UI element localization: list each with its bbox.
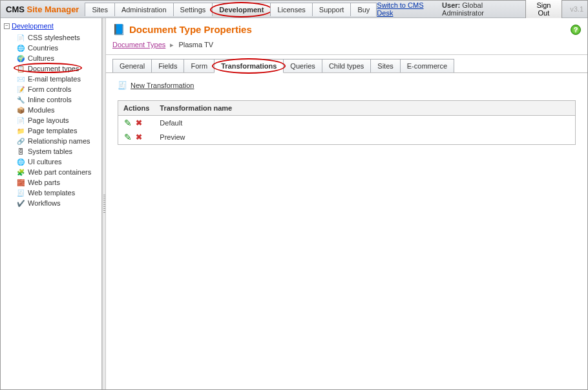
- sidebar-icon: 🧩: [16, 168, 25, 177]
- sidebar-item-relationship-names[interactable]: 🔗Relationship names: [15, 136, 100, 146]
- new-transformation-link[interactable]: New Transformation: [131, 81, 194, 89]
- sidebar-item-label: Web parts: [28, 179, 60, 186]
- sidebar-icon: 📋: [16, 64, 25, 73]
- table-row: ✎✖Preview: [118, 130, 576, 145]
- sidebar-item-inline-controls[interactable]: 🔧Inline controls: [15, 94, 100, 105]
- top-tab-sites[interactable]: Sites: [85, 3, 114, 16]
- tree-collapse-icon[interactable]: −: [4, 23, 10, 29]
- sidebar-item-label: Relationship names: [28, 137, 90, 145]
- body-area: − Development 📄CSS stylesheets🌐Countries…: [1, 18, 587, 389]
- sidebar-item-label: Web templates: [28, 189, 75, 197]
- col-name: Transformation name: [154, 101, 575, 116]
- content-area: 🧾 New Transformation Actions Transformat…: [106, 73, 587, 153]
- signout-button[interactable]: Sign Out: [525, 0, 563, 19]
- new-icon: 🧾: [118, 81, 127, 90]
- tree-items: 📄CSS stylesheets🌐Countries🌍Cultures📋Docu…: [15, 32, 100, 208]
- delete-icon[interactable]: ✖: [134, 133, 143, 142]
- sidebar-icon: 🧾: [16, 188, 25, 197]
- sidebar-item-label: Workflows: [28, 199, 61, 207]
- tab-child-types[interactable]: Child types: [322, 59, 371, 72]
- tree-root[interactable]: − Development: [2, 21, 100, 31]
- top-tabs: SitesAdministrationSettingsDevelopmentLi…: [85, 3, 377, 16]
- tab-queries[interactable]: Queries: [283, 59, 322, 72]
- tab-e-commerce[interactable]: E-commerce: [400, 59, 454, 72]
- tab-fields[interactable]: Fields: [151, 59, 184, 72]
- sidebar-item-page-layouts[interactable]: 📄Page layouts: [15, 115, 100, 125]
- sidebar-icon: ✉️: [16, 74, 25, 83]
- sidebar-item-ui-cultures[interactable]: 🌐UI cultures: [15, 157, 100, 167]
- sidebar-item-cultures[interactable]: 🌍Cultures: [15, 53, 100, 63]
- sidebar-item-label: Page layouts: [28, 116, 69, 124]
- sidebar-item-web-templates[interactable]: 🧾Web templates: [15, 188, 100, 198]
- breadcrumb: Document Types ▸ Plasma TV: [106, 38, 587, 55]
- sidebar-icon: 🌐: [16, 157, 25, 166]
- sidebar-icon: 🔧: [16, 95, 25, 104]
- main-panel: ? 📘 Document Type Properties Document Ty…: [106, 18, 587, 389]
- sidebar-item-label: Document types: [28, 65, 79, 72]
- top-bar: CMS Site Manager SitesAdministrationSett…: [1, 1, 587, 18]
- page-header: 📘 Document Type Properties: [106, 18, 587, 38]
- top-right: Switch to CMS Desk User: Global Administ…: [377, 0, 583, 19]
- sidebar-icon: 🗄: [16, 147, 25, 156]
- tab-transformations[interactable]: Transformations: [214, 59, 284, 73]
- top-tab-administration[interactable]: Administration: [114, 3, 174, 16]
- detail-tabs: GeneralFieldsFormTransformationsQueriesC…: [106, 55, 587, 73]
- logo-sitemanager: Site Manager: [27, 5, 79, 14]
- sidebar-icon: 📦: [16, 105, 25, 114]
- top-tab-licenses[interactable]: Licenses: [270, 3, 312, 16]
- sidebar-item-document-types[interactable]: 📋Document types: [15, 63, 100, 74]
- switch-desk-link[interactable]: Switch to CMS Desk: [377, 1, 437, 17]
- top-tab-buy[interactable]: Buy: [350, 3, 377, 16]
- sidebar-item-countries[interactable]: 🌐Countries: [15, 43, 100, 53]
- sidebar-item-label: Modules: [28, 106, 55, 114]
- page-title: Document Type Properties: [129, 24, 252, 35]
- transformations-table: Actions Transformation name ✎✖Default✎✖P…: [118, 100, 576, 145]
- sidebar-icon: ✔️: [16, 199, 25, 208]
- tab-general[interactable]: General: [112, 59, 152, 72]
- new-transformation[interactable]: 🧾 New Transformation: [118, 81, 576, 90]
- delete-icon[interactable]: ✖: [134, 118, 143, 127]
- sidebar-item-e-mail-templates[interactable]: ✉️E-mail templates: [15, 74, 100, 84]
- top-tab-development[interactable]: Development: [212, 3, 271, 16]
- logo-cms: CMS: [6, 5, 25, 14]
- breadcrumb-current: Plasma TV: [178, 41, 213, 49]
- transformation-name: Default: [154, 116, 575, 131]
- sidebar-item-page-templates[interactable]: 📁Page templates: [15, 125, 100, 136]
- sidebar-item-label: CSS stylesheets: [28, 34, 80, 41]
- sidebar-item-label: Page templates: [28, 127, 77, 135]
- top-tab-settings[interactable]: Settings: [173, 3, 213, 16]
- tree-root-label[interactable]: Development: [12, 22, 54, 30]
- sidebar-icon: 🔗: [16, 136, 25, 146]
- sidebar-icon: 📄: [16, 116, 25, 125]
- book-icon: 📘: [112, 23, 125, 36]
- sidebar-icon: 📝: [16, 85, 25, 94]
- sidebar-item-label: Countries: [28, 44, 58, 52]
- top-tab-support[interactable]: Support: [312, 3, 352, 16]
- table-row: ✎✖Default: [118, 116, 576, 131]
- sidebar-item-label: E-mail templates: [28, 75, 81, 83]
- tab-sites[interactable]: Sites: [370, 59, 400, 72]
- sidebar-item-label: Form controls: [28, 85, 71, 93]
- help-icon[interactable]: ?: [571, 25, 581, 35]
- sidebar-item-web-part-containers[interactable]: 🧩Web part containers: [15, 167, 100, 177]
- sidebar-item-system-tables[interactable]: 🗄System tables: [15, 146, 100, 157]
- edit-icon[interactable]: ✎: [123, 133, 132, 142]
- sidebar-icon: 🌍: [16, 54, 25, 63]
- sidebar: − Development 📄CSS stylesheets🌐Countries…: [1, 18, 102, 389]
- sidebar-item-label: System tables: [28, 147, 72, 155]
- sidebar-item-label: Web part containers: [28, 168, 91, 176]
- sidebar-item-css-stylesheets[interactable]: 📄CSS stylesheets: [15, 32, 100, 43]
- transformation-name: Preview: [154, 130, 575, 145]
- sidebar-item-web-parts[interactable]: 🧱Web parts: [15, 177, 100, 188]
- edit-icon[interactable]: ✎: [123, 118, 132, 127]
- sidebar-icon: 📄: [16, 33, 25, 42]
- sidebar-item-workflows[interactable]: ✔️Workflows: [15, 198, 100, 208]
- tab-form[interactable]: Form: [184, 59, 215, 72]
- sidebar-item-form-controls[interactable]: 📝Form controls: [15, 84, 100, 94]
- sidebar-item-label: UI cultures: [28, 158, 62, 166]
- breadcrumb-link[interactable]: Document Types: [112, 41, 165, 49]
- sidebar-item-modules[interactable]: 📦Modules: [15, 105, 100, 115]
- sidebar-item-label: Cultures: [28, 54, 54, 62]
- version-label: v3.1: [570, 5, 583, 13]
- sidebar-icon: 🌐: [16, 43, 25, 52]
